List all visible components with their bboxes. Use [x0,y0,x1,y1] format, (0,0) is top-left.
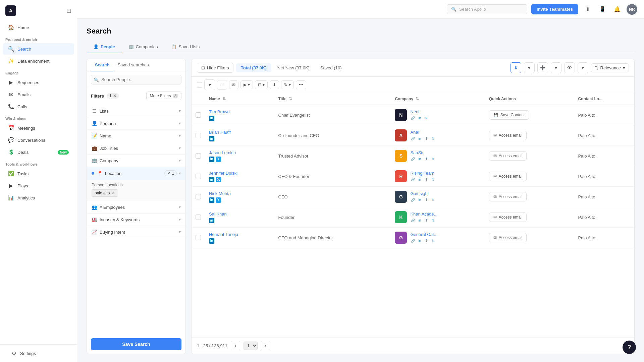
access-email-button[interactable]: ✉ Access email [489,151,527,161]
location-tag-palo-alto[interactable]: palo alto ✕ [92,189,118,197]
filter-search-input[interactable] [91,75,181,84]
row-checkbox-6[interactable] [196,235,201,240]
sidebar-item-deals[interactable]: 💲 Deals New [3,146,74,158]
filter-item-persona[interactable]: 👤 Persona ▾ [87,117,185,130]
company-web-link[interactable]: 🔗 [410,177,416,182]
access-email-button[interactable]: ✉ Access email [489,192,527,201]
linkedin-icon[interactable]: in [209,157,214,162]
linkedin-icon[interactable]: in [209,177,214,182]
company-web-link[interactable]: 🔗 [410,157,416,162]
email-action-button[interactable]: ✉ [229,80,238,89]
company-linkedin-link[interactable]: in [417,218,422,223]
results-tab-total[interactable]: Total (37.0K) [236,63,271,72]
company-facebook-link[interactable]: f [424,238,429,244]
search-apollo-bar[interactable]: 🔍 Search Apollo [447,4,527,14]
company-facebook-link[interactable]: f [424,157,429,162]
upload-icon[interactable]: ⬆ [582,4,593,15]
sidebar-item-calls[interactable]: 📞 Calls [3,101,74,112]
twitter-icon[interactable]: 𝕏 [216,157,221,162]
twitter-icon[interactable]: 𝕏 [216,177,221,182]
avatar[interactable]: NR [627,4,637,15]
person-name-link[interactable]: Tim Brown [209,109,270,114]
company-name-link[interactable]: Gainsight [410,191,436,196]
row-checkbox-5[interactable] [196,215,201,220]
person-name-link[interactable]: Jennifer Dulski [209,171,270,176]
linkedin-icon[interactable]: in [209,218,214,223]
filter-item-buying-intent[interactable]: 📈 Buying Intent ▾ [87,226,185,238]
chevron-down-results-icon[interactable]: ▾ [524,62,535,73]
sidebar-item-data-enrichment[interactable]: ✨ Data enrichment [3,55,74,67]
filter-item-company[interactable]: 🏢 Company ▾ [87,155,185,167]
filter-item-industry-keywords[interactable]: 🏭 Industry & Keywords ▾ [87,214,185,226]
more-filters-button[interactable]: More Filters 8 [146,92,181,100]
add-to-sequence-chevron-icon[interactable]: ▾ [551,62,561,73]
company-twitter-link[interactable]: 𝕏 [430,177,436,182]
pagination-prev[interactable]: ‹ [231,341,240,350]
action-chevron-icon[interactable]: ▾ [204,79,215,90]
sort-button[interactable]: ⇅ Relevance ▾ [591,63,629,72]
sequence-action-button[interactable]: ▶ ▾ [240,80,253,89]
company-linkedin-link[interactable]: in [417,136,422,141]
sidebar-item-search[interactable]: 🔍 Search [3,43,74,55]
company-twitter-link[interactable]: 𝕏 [430,238,436,244]
filter-action-button[interactable]: ⊟ ▾ [255,80,268,89]
save-search-button[interactable]: Save Search [91,338,181,350]
company-twitter-link[interactable]: 𝕏 [424,116,429,121]
linkedin-icon[interactable]: in [209,197,214,203]
tab-saved-lists[interactable]: 📋 Saved lists [164,41,206,53]
sidebar-item-settings[interactable]: ⚙ Settings [5,348,71,359]
results-tab-net-new[interactable]: Net New (37.0K) [273,63,314,72]
help-button[interactable]: ? [623,341,636,354]
person-name-link[interactable]: Hemant Taneja [209,232,270,237]
sidebar-item-plays[interactable]: ▶ Plays [3,180,74,191]
twitter-icon[interactable]: 𝕏 [216,197,221,203]
company-facebook-link[interactable]: f [424,136,429,141]
access-email-button[interactable]: ✉ Access email [489,131,527,140]
company-twitter-link[interactable]: 𝕏 [430,136,436,141]
refresh-action-button[interactable]: ↻ ▾ [281,80,294,89]
pagination-page-select[interactable]: 1 2 3 [244,342,258,350]
filter-item-employees[interactable]: 👥 # Employees ▾ [87,201,185,214]
filter-tab-saved-searches[interactable]: Saved searches [113,59,153,71]
filter-item-lists[interactable]: ☰ Lists ▾ [87,105,185,117]
sidebar-item-emails[interactable]: ✉ Emails [3,89,74,100]
filter-clear-icon[interactable]: ✕ [113,94,116,98]
company-facebook-link[interactable]: f [424,177,429,182]
col-company[interactable]: Company ⇅ [391,93,485,105]
sidebar-item-conversations[interactable]: 💬 Conversations [3,134,74,146]
bell-icon[interactable]: 🔔 [612,4,623,15]
more-actions-button[interactable]: ••• [296,80,306,89]
person-name-link[interactable]: Nick Mehta [209,191,270,196]
phone-icon[interactable]: 📱 [597,4,608,15]
row-checkbox-4[interactable] [196,194,201,199]
company-facebook-link[interactable]: f [424,197,429,203]
filter-item-job-titles[interactable]: 💼 Job Titles ▾ [87,142,185,155]
download-action-button[interactable]: ⬇ [270,80,279,89]
company-web-link[interactable]: 🔗 [410,238,416,244]
row-checkbox-3[interactable] [196,174,201,179]
access-email-button[interactable]: ✉ Access email [489,172,527,181]
pagination-next[interactable]: › [261,341,270,350]
company-name-link[interactable]: Khan Acade... [410,212,437,217]
results-tab-saved[interactable]: Saved (10) [316,63,346,72]
company-web-link[interactable]: 🔗 [410,136,416,141]
company-twitter-link[interactable]: 𝕏 [430,157,436,162]
add-to-sequence-icon[interactable]: ➕ [537,62,548,73]
company-name-link[interactable]: Aha! [410,130,436,135]
sidebar-toggle[interactable]: ⊡ [66,7,71,14]
col-name[interactable]: Name ⇅ [205,93,274,105]
company-linkedin-link[interactable]: in [417,116,422,121]
col-title[interactable]: Title ⇅ [274,93,391,105]
export-button[interactable]: ⬇ [511,62,521,73]
row-checkbox-2[interactable] [196,153,201,159]
sidebar-item-tasks[interactable]: ✅ Tasks [3,168,74,179]
filter-item-location[interactable]: 📍 Location ✕ 1 ▾ [87,167,185,180]
filter-item-name[interactable]: 📝 Name ▾ [87,130,185,142]
company-name-link[interactable]: General Cat... [410,232,437,237]
company-linkedin-link[interactable]: in [417,238,422,244]
location-count-x[interactable]: ✕ [167,171,170,176]
company-name-link[interactable]: SaaStr [410,150,436,155]
company-linkedin-link[interactable]: in [417,197,422,203]
add-action-button[interactable]: ＋ [217,80,227,90]
company-linkedin-link[interactable]: in [417,157,422,162]
